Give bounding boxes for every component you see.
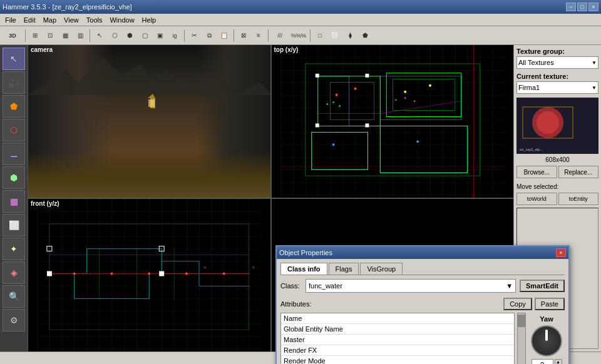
- tab-visgroup[interactable]: VisGroup: [360, 263, 403, 275]
- dialog-tabs: Class info Flags VisGroup: [280, 263, 565, 275]
- attrs-list-item[interactable]: Render FX: [281, 345, 514, 356]
- tb-grid4[interactable]: ▥: [73, 29, 87, 43]
- menu-map[interactable]: Map: [39, 15, 60, 25]
- texture-group-value: All Textures: [518, 59, 554, 66]
- titlebar-controls: − □ ×: [566, 3, 598, 11]
- tool-texture-app[interactable]: ▦: [3, 190, 25, 213]
- move-buttons: toWorld toEntity: [516, 193, 598, 205]
- tool-path[interactable]: ✦: [3, 238, 25, 260]
- texture-group-label: Texture group:: [516, 48, 598, 55]
- svg-point-19: [416, 140, 419, 143]
- minimize-button[interactable]: −: [566, 3, 576, 11]
- tb-ig[interactable]: ig: [168, 29, 182, 43]
- menu-edit[interactable]: Edit: [20, 15, 39, 25]
- tb-btn2[interactable]: ≡: [252, 29, 265, 43]
- dialog-close-button[interactable]: ×: [556, 248, 566, 257]
- tool-overlay[interactable]: ◈: [3, 261, 25, 284]
- tb-group[interactable]: ▢: [138, 29, 152, 43]
- left-panel: ↖ 🎥 ⬟ ⬡ ⚊ ⬢ ▦ ⬜ ✦ ◈ 🔍 ⚙: [0, 45, 28, 351]
- tb-copy[interactable]: ⧉: [202, 29, 216, 43]
- smart-edit-button[interactable]: SmartEdit: [520, 280, 565, 292]
- tb-btn4[interactable]: %%%: [290, 29, 307, 43]
- svg-point-55: [537, 111, 559, 134]
- current-texture-dropdown[interactable]: Firma1 ▼: [516, 81, 598, 94]
- svg-point-30: [404, 97, 406, 99]
- yaw-value: 0: [532, 359, 553, 364]
- menu-window[interactable]: Window: [106, 15, 138, 25]
- tb-btn3[interactable]: ///: [271, 29, 289, 43]
- attrs-list-item[interactable]: Master: [281, 335, 514, 345]
- svg-point-47: [148, 273, 150, 275]
- tool-select[interactable]: ↖: [3, 48, 25, 70]
- class-dropdown-arrow: ▼: [506, 282, 513, 290]
- tb-select[interactable]: ↖: [93, 29, 106, 43]
- to-entity-button[interactable]: toEntity: [558, 193, 599, 205]
- class-value: func_water: [309, 282, 342, 290]
- copy-paste-buttons: Copy Paste: [503, 298, 565, 310]
- viewport-camera[interactable]: camera: [28, 45, 270, 198]
- restore-button[interactable]: □: [577, 3, 587, 11]
- svg-point-45: [73, 273, 76, 275]
- tb-btn5[interactable]: ⧫: [343, 29, 357, 43]
- tb-3d[interactable]: 3D: [3, 29, 23, 43]
- tool-brush[interactable]: ⬡: [3, 119, 25, 141]
- svg-rect-6: [280, 45, 505, 198]
- tool-clip[interactable]: ⚊: [3, 143, 25, 165]
- yaw-up-arrow[interactable]: ▲: [555, 359, 562, 364]
- texture-size: 608x400: [516, 156, 598, 163]
- tab-flags[interactable]: Flags: [329, 263, 359, 275]
- class-dropdown[interactable]: func_water ▼: [306, 279, 516, 293]
- attrs-list-item[interactable]: Render Mode: [281, 356, 514, 364]
- replace-button[interactable]: Replace...: [558, 166, 599, 178]
- yaw-dial[interactable]: [531, 325, 562, 356]
- tb-paste[interactable]: 📋: [217, 29, 231, 43]
- svg-text:ze_ray2_elp...: ze_ray2_elp...: [520, 148, 543, 151]
- main-area: ↖ 🎥 ⬟ ⬡ ⚊ ⬢ ▦ ⬜ ✦ ◈ 🔍 ⚙ camera: [0, 45, 601, 351]
- paste-button[interactable]: Paste: [535, 298, 565, 310]
- texture-group-dropdown[interactable]: All Textures ▼: [516, 56, 598, 69]
- attributes-list[interactable]: NameGlobal Entity NameMasterRender FXRen…: [280, 313, 515, 364]
- tb-grid2[interactable]: ⊡: [43, 29, 57, 43]
- attrs-scrollbar[interactable]: [517, 313, 526, 364]
- tb-carve[interactable]: ⬡: [108, 29, 121, 43]
- tool-decal[interactable]: ⬜: [3, 214, 25, 236]
- menu-view[interactable]: View: [60, 15, 83, 25]
- camera-svg: [28, 45, 270, 198]
- tool-magnify[interactable]: 🔍: [3, 285, 25, 308]
- attrs-list-item[interactable]: Global Entity Name: [281, 324, 514, 335]
- current-texture-label: Current texture:: [516, 73, 598, 80]
- browse-button[interactable]: Browse...: [516, 166, 557, 178]
- tb-rect[interactable]: □: [313, 29, 327, 43]
- texture-preview-img: ze_ray2_elp...: [516, 98, 598, 154]
- tool-extra[interactable]: ⚙: [3, 309, 25, 331]
- tb-ungroup[interactable]: ▣: [153, 29, 167, 43]
- tb-sep3: [184, 29, 185, 42]
- copy-button[interactable]: Copy: [503, 298, 532, 310]
- class-row: Class: func_water ▼ SmartEdit: [280, 279, 565, 293]
- menu-help[interactable]: Help: [138, 15, 160, 25]
- current-texture-arrow: ▼: [592, 85, 597, 91]
- tab-class-info[interactable]: Class info: [280, 263, 327, 275]
- tb-grid3[interactable]: ▦: [58, 29, 72, 43]
- tool-entity[interactable]: ⬟: [3, 95, 25, 118]
- tb-btn1[interactable]: ⊠: [237, 29, 250, 43]
- svg-text:×: ×: [252, 265, 255, 270]
- tool-morph[interactable]: ⬢: [3, 166, 25, 189]
- tb-cut[interactable]: ✂: [187, 29, 201, 43]
- tb-oval[interactable]: ⬜: [328, 29, 342, 43]
- tb-hollow[interactable]: ⬢: [123, 29, 136, 43]
- svg-rect-43: [159, 271, 164, 276]
- dialog-titlebar: Object Properties ×: [277, 246, 568, 259]
- tb-grid1[interactable]: ⊞: [28, 29, 42, 43]
- dialog-title: Object Properties: [279, 249, 332, 256]
- attrs-list-item[interactable]: Name: [281, 313, 514, 324]
- to-world-button[interactable]: toWorld: [516, 193, 557, 205]
- menu-tools[interactable]: Tools: [83, 15, 106, 25]
- texture-buttons: Browse... Replace...: [516, 166, 598, 178]
- viewport-front[interactable]: front (y/z) × ×: [28, 199, 270, 351]
- tb-btn6[interactable]: ⬟: [358, 29, 372, 43]
- close-button[interactable]: ×: [588, 3, 598, 11]
- tool-camera[interactable]: 🎥: [3, 71, 25, 94]
- viewport-top[interactable]: top (x/y): [272, 45, 514, 198]
- menu-file[interactable]: File: [1, 15, 20, 25]
